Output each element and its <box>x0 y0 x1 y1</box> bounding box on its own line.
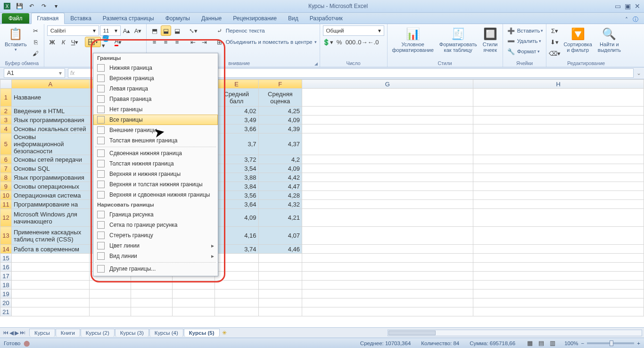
view-normal-icon[interactable]: ▦ <box>525 338 535 348</box>
decrease-font-button[interactable]: A▾ <box>133 25 143 36</box>
underline-button[interactable]: Ч▾ <box>70 37 80 47</box>
macro-record-icon[interactable]: ⬤ <box>24 340 30 347</box>
copy-button[interactable]: ⎘ <box>31 37 41 47</box>
border-option[interactable]: Левая граница <box>93 83 218 94</box>
sheet-nav-last-icon[interactable]: ⏭ <box>20 330 25 336</box>
increase-decimal-button[interactable]: .0→ <box>357 37 367 47</box>
border-draw-option[interactable]: Сетка по границе рисунка <box>93 220 218 230</box>
cell-A13[interactable]: Применение каскадных таблиц стилей (CSS) <box>11 227 89 245</box>
tab-data[interactable]: Данные <box>196 13 227 24</box>
tab-home[interactable]: Главная <box>31 13 65 24</box>
row-header-18[interactable]: 18 <box>0 281 12 290</box>
cell-E5[interactable]: 3,7 <box>215 133 258 155</box>
insert-cells-button[interactable]: ➕Вставить▾ <box>506 25 544 36</box>
sort-filter-button[interactable]: 🔽Сортировка и фильтр <box>561 25 594 54</box>
tab-view[interactable]: Вид <box>282 13 304 24</box>
cell-F8[interactable]: 4,42 <box>258 173 302 182</box>
excel-icon[interactable]: X <box>2 1 12 11</box>
col-header-E[interactable]: E <box>215 80 258 89</box>
tab-review[interactable]: Рецензирование <box>227 13 282 24</box>
cell-A9[interactable]: Основы операционных <box>11 182 89 191</box>
format-cells-button[interactable]: 🔧Формат▾ <box>506 46 540 57</box>
conditional-format-button[interactable]: 📊Условное форматирование <box>390 25 436 54</box>
sheet-nav-prev-icon[interactable]: ◀ <box>9 330 14 336</box>
cell-F1[interactable]: Средняя оценка <box>258 89 302 107</box>
sheet-tab[interactable]: Курсы (2) <box>81 329 115 337</box>
cell-F13[interactable]: 4,07 <box>258 227 302 245</box>
cell-E11[interactable]: 3,64 <box>215 200 258 209</box>
save-button[interactable]: 💾 <box>14 1 25 11</box>
cell-E3[interactable]: 3,49 <box>215 116 258 124</box>
cell-E14[interactable]: 3,74 <box>215 245 258 254</box>
help-icon[interactable]: ⓘ <box>633 16 638 24</box>
font-size-combo[interactable]: 11▾ <box>100 25 121 36</box>
tab-developer[interactable]: Разработчик <box>304 13 348 24</box>
zoom-out-icon[interactable]: − <box>581 340 585 346</box>
sheet-tab[interactable]: Курсы (4) <box>149 329 183 337</box>
align-right-button[interactable]: ≡ <box>172 37 182 47</box>
qat-customize-icon[interactable]: ▾ <box>51 1 61 11</box>
number-format-combo[interactable]: Общий▾ <box>323 25 384 36</box>
col-header-G[interactable]: G <box>302 80 473 89</box>
cell-E12[interactable]: 4,09 <box>215 209 258 227</box>
wrap-text-button[interactable]: ⤶Перенос текста <box>215 25 317 36</box>
tab-page-layout[interactable]: Разметка страницы <box>97 13 160 24</box>
cell-A12[interactable]: Microsoft Windows для начинающего <box>11 209 89 227</box>
cell-A10[interactable]: Операционная система <box>11 191 89 200</box>
fx-icon[interactable]: fx <box>70 70 74 76</box>
fill-color-button[interactable]: 🪣▾ <box>102 37 112 47</box>
row-header-4[interactable]: 4 <box>0 124 12 133</box>
col-header-F[interactable]: F <box>258 80 302 89</box>
border-option[interactable]: Толстая нижняя граница <box>93 158 218 169</box>
border-draw-option[interactable]: Стереть границу <box>93 230 218 240</box>
alignment-dialog-icon[interactable]: ◢ <box>314 61 318 66</box>
new-sheet-icon[interactable]: ✳ <box>222 330 227 336</box>
increase-font-button[interactable]: A▴ <box>122 25 132 36</box>
cell-A4[interactable]: Основы локальных сетей <box>11 124 89 133</box>
align-center-button[interactable]: ≡ <box>161 37 171 47</box>
cell-A6[interactable]: Основы сетей передачи <box>11 155 89 164</box>
row-header-7[interactable]: 7 <box>0 164 12 173</box>
zoom-slider[interactable] <box>587 342 634 344</box>
cell-E1[interactable]: Средний балл <box>215 89 258 107</box>
border-option[interactable]: Правая граница <box>93 94 218 104</box>
align-left-button[interactable]: ≡ <box>149 37 160 47</box>
cell-E8[interactable]: 3,88 <box>215 173 258 182</box>
row-header-17[interactable]: 17 <box>0 272 12 281</box>
expand-formula-icon[interactable]: ⌄ <box>636 70 644 76</box>
horizontal-scrollbar[interactable] <box>388 330 642 336</box>
cell-F11[interactable]: 4,32 <box>258 200 302 209</box>
sheet-nav-next-icon[interactable]: ▶ <box>15 330 19 336</box>
clear-button[interactable]: ⌫▾ <box>549 48 560 58</box>
border-option[interactable]: Сдвоенная нижняя граница <box>93 148 218 158</box>
row-header-1[interactable]: 1 <box>0 89 12 107</box>
format-table-button[interactable]: 🧾Форматировать как таблицу <box>438 25 479 54</box>
cell-F9[interactable]: 4,47 <box>258 182 302 191</box>
border-option[interactable]: Верхняя и сдвоенная нижняя границы <box>93 190 218 200</box>
align-top-button[interactable]: ⬒ <box>149 25 160 36</box>
cell-F4[interactable]: 4,39 <box>258 124 302 133</box>
align-bottom-button[interactable]: ⬓ <box>172 25 182 36</box>
view-layout-icon[interactable]: ▤ <box>536 338 546 348</box>
decrease-decimal-button[interactable]: ←.0 <box>368 37 379 47</box>
row-header-19[interactable]: 19 <box>0 290 12 298</box>
autosum-button[interactable]: Σ▾ <box>549 25 560 36</box>
cell-A3[interactable]: Язык программирования <box>11 116 89 124</box>
cell-A1[interactable]: Название <box>11 89 89 107</box>
tab-insert[interactable]: Вставка <box>65 13 97 24</box>
row-header-16[interactable]: 16 <box>0 263 12 272</box>
view-pagebreak-icon[interactable]: ▥ <box>547 338 558 348</box>
font-color-button[interactable]: A▾ <box>113 37 124 47</box>
sheet-tab[interactable]: Курсы (5) <box>184 329 220 337</box>
cell-F5[interactable]: 4,37 <box>258 133 302 155</box>
cell-E9[interactable]: 3,84 <box>215 182 258 191</box>
cell-F12[interactable]: 4,21 <box>258 209 302 227</box>
cell-A8[interactable]: Язык программирования <box>11 173 89 182</box>
font-name-combo[interactable]: Calibri▾ <box>47 25 99 36</box>
file-tab[interactable]: Файл <box>2 13 29 24</box>
cell-F7[interactable]: 4,09 <box>258 164 302 173</box>
row-header-13[interactable]: 13 <box>0 227 12 245</box>
cell-F6[interactable]: 4,2 <box>258 155 302 164</box>
border-option[interactable]: Верхняя и нижняя границы <box>93 169 218 179</box>
border-draw-option[interactable]: Цвет линии▸ <box>93 240 218 251</box>
